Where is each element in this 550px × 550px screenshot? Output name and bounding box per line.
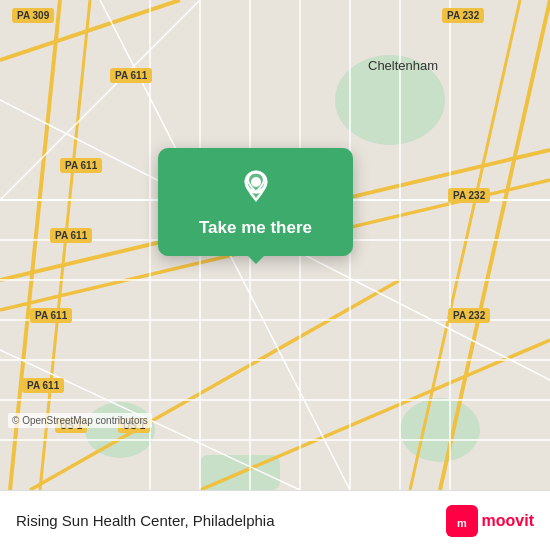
route-label-pa232a: PA 232: [442, 8, 484, 23]
map-attribution: © OpenStreetMap contributors: [8, 413, 152, 428]
route-label-pa611d: PA 611: [30, 308, 72, 323]
route-label-pa611a: PA 611: [110, 68, 152, 83]
popup-card: Take me there: [158, 148, 353, 256]
route-label-pa232b: PA 232: [448, 188, 490, 203]
moovit-logo: m moovit: [446, 505, 534, 537]
route-label-pa232c: PA 232: [448, 308, 490, 323]
map-container: PA 309 PA 232 PA 611 PA 611 PA 611 PA 61…: [0, 0, 550, 490]
svg-text:m: m: [457, 517, 467, 529]
svg-point-3: [400, 398, 480, 462]
location-pin-icon: [234, 164, 278, 208]
moovit-icon: m: [446, 505, 478, 537]
route-label-pa611e: PA 611: [22, 378, 64, 393]
moovit-text: moovit: [482, 512, 534, 530]
route-label-pa611c: PA 611: [50, 228, 92, 243]
route-label-pa309: PA 309: [12, 8, 54, 23]
location-name: Rising Sun Health Center, Philadelphia: [16, 512, 275, 529]
cheltenham-label: Cheltenham: [368, 58, 438, 73]
route-label-pa611b: PA 611: [60, 158, 102, 173]
bottom-bar: Rising Sun Health Center, Philadelphia m…: [0, 490, 550, 550]
take-me-there-button[interactable]: Take me there: [199, 218, 312, 238]
svg-point-34: [251, 177, 261, 187]
